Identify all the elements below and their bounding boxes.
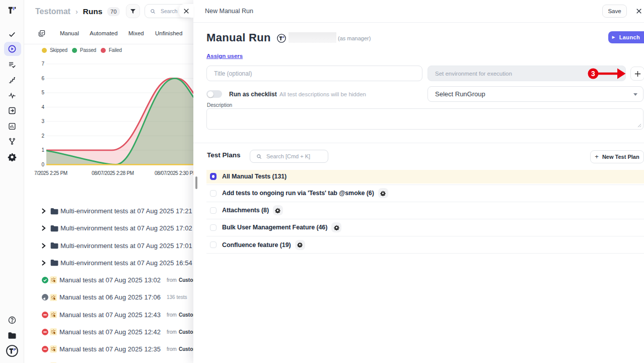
svg-text:3: 3 [41, 118, 44, 124]
svg-text:7: 7 [41, 61, 44, 67]
svg-text:3: 3 [591, 70, 595, 78]
svg-text:6: 6 [41, 76, 44, 81]
svg-text:2: 2 [41, 133, 44, 139]
svg-text:5: 5 [41, 90, 44, 95]
svg-text:4: 4 [41, 104, 44, 110]
svg-text:0: 0 [41, 162, 44, 167]
svg-text:1: 1 [41, 147, 44, 153]
